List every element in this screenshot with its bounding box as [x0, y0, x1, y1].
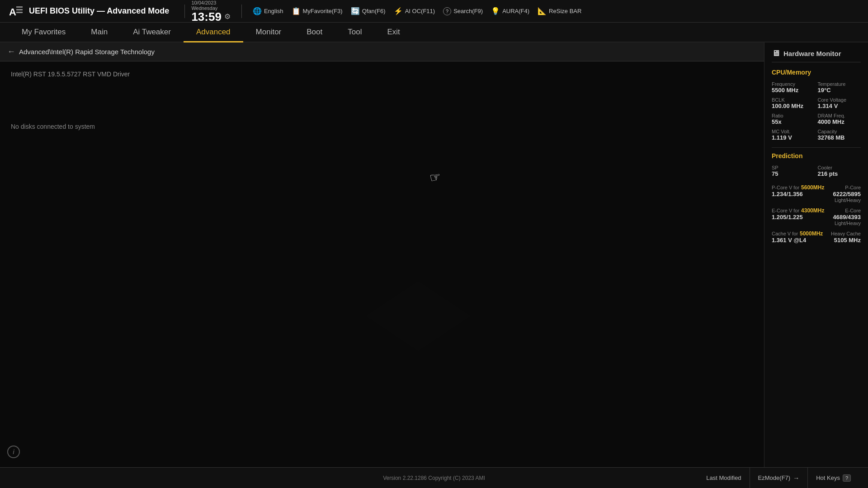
monitor-divider [772, 147, 861, 148]
hardware-monitor-panel: 🖥 Hardware Monitor CPU/Memory Frequency … [764, 42, 868, 467]
header-divider-2 [241, 5, 242, 18]
core-voltage-cell: Core Voltage 1.314 V [818, 97, 861, 109]
svg-rect-3 [16, 9, 23, 10]
app-title: UEFI BIOS Utility — Advanced Mode [29, 6, 169, 16]
footer-version: Version 2.22.1286 Copyright (C) 2023 AMI [292, 475, 576, 481]
cache-voltage-value: 1.361 V @L4 [772, 237, 806, 244]
cpu-memory-grid: Frequency 5500 MHz Temperature 19°C BCLK… [772, 81, 861, 141]
no-disks-message: No disks connected to system [11, 123, 753, 130]
qfan-button[interactable]: 🔄 Qfan(F6) [351, 7, 386, 15]
sidebar-item-tool[interactable]: Tool [335, 23, 374, 42]
pcore-voltage-value: 1.234/1.356 [772, 191, 803, 197]
sidebar-item-exit[interactable]: Exit [374, 23, 412, 42]
breadcrumb-path: Advanced\Intel(R) Rapid Storage Technolo… [19, 48, 155, 56]
qfan-icon: 🔄 [351, 7, 360, 15]
search-button[interactable]: ? Search(F9) [443, 7, 483, 15]
pcore-v-row: P-Core V for 5600MHz P-Core 1.234/1.356 … [772, 183, 861, 203]
last-modified-button[interactable]: Last Modified [698, 468, 749, 488]
asus-logo-icon: A [7, 3, 24, 20]
ezmode-button[interactable]: EzMode(F7) → [750, 468, 808, 488]
svg-line-5 [90, 98, 746, 467]
sidebar-item-main[interactable]: Main [78, 23, 120, 42]
prediction-sp-cooler-grid: SP 75 Cooler 216 pts [772, 165, 861, 177]
resizebar-button[interactable]: 📐 ReSize BAR [538, 7, 581, 15]
cursor-icon: ☞ [428, 169, 442, 186]
app-logo: A UEFI BIOS Utility — Advanced Mode [7, 3, 169, 20]
myfavorite-icon: 📋 [292, 7, 301, 15]
aura-icon: 💡 [491, 7, 500, 15]
language-icon: 🌐 [253, 7, 262, 15]
language-button[interactable]: 🌐 English [253, 7, 283, 15]
ratio-cell: Ratio 55x [772, 113, 815, 125]
datetime-display: 10/04/2023 Wednesday 13:59 ⚙ [191, 0, 231, 23]
ecore-voltage-value: 1.205/1.225 [772, 214, 803, 221]
info-button[interactable]: i [7, 446, 20, 458]
aioc-button[interactable]: ⚡ AI OC(F11) [394, 7, 435, 15]
sidebar-item-my-favorites[interactable]: My Favorites [9, 23, 78, 42]
hotkeys-label: Hot Keys [816, 474, 840, 481]
page-content: Intel(R) RST 19.5.5.5727 RST VMD Driver … [0, 61, 764, 467]
footer-right: Last Modified EzMode(F7) → Hot Keys ? [576, 468, 859, 488]
cache-freq-value: 5105 MHz [834, 237, 861, 244]
info-circle-icon[interactable]: i [7, 446, 20, 458]
resizebar-icon: 📐 [538, 7, 547, 15]
ezmode-icon: → [793, 474, 799, 482]
svg-rect-2 [16, 6, 23, 8]
content-area: ← Advanced\Intel(R) Rapid Storage Techno… [0, 42, 764, 467]
frequency-cell: Frequency 5500 MHz [772, 81, 815, 94]
header-divider [184, 5, 185, 18]
hardware-monitor-title: 🖥 Hardware Monitor [772, 49, 861, 62]
header-bar: A UEFI BIOS Utility — Advanced Mode 10/0… [0, 0, 868, 23]
cache-v-row: Cache V for 5000MHz Heavy Cache 1.361 V … [772, 230, 861, 244]
cpu-memory-section-title: CPU/Memory [772, 69, 861, 76]
last-modified-label: Last Modified [706, 474, 741, 481]
footer: Version 2.22.1286 Copyright (C) 2023 AMI… [0, 467, 868, 488]
hotkeys-button[interactable]: Hot Keys ? [807, 468, 859, 488]
dram-freq-cell: DRAM Freq. 4000 MHz [818, 113, 861, 125]
prediction-section-title: Prediction [772, 152, 861, 160]
sp-cell: SP 75 [772, 165, 815, 177]
mc-volt-cell: MC Volt. 1.119 V [772, 129, 815, 141]
aura-button[interactable]: 💡 AURA(F4) [491, 7, 529, 15]
sidebar-item-ai-tweaker[interactable]: Ai Tweaker [120, 23, 184, 42]
sidebar-item-monitor[interactable]: Monitor [243, 23, 294, 42]
settings-icon[interactable]: ⚙ [224, 12, 231, 21]
cooler-cell: Cooler 216 pts [818, 165, 861, 177]
monitor-icon: 🖥 [772, 49, 780, 58]
date-display: 10/04/2023 Wednesday [191, 0, 217, 11]
ecore-ratio-value: 4689/4393 [833, 214, 861, 221]
nav-menu: My Favorites Main Ai Tweaker Advanced Mo… [0, 23, 868, 42]
driver-info: Intel(R) RST 19.5.5.5727 RST VMD Driver [11, 70, 753, 78]
capacity-cell: Capacity 32768 MB [818, 129, 861, 141]
ecore-v-row: E-Core V for 4300MHz E-Core 1.205/1.225 … [772, 206, 861, 226]
time-display: 13:59 [191, 11, 222, 23]
sidebar-item-advanced[interactable]: Advanced [184, 23, 243, 42]
decorative-pattern [90, 98, 746, 467]
svg-rect-4 [16, 12, 23, 13]
aioc-icon: ⚡ [394, 7, 403, 15]
search-icon: ? [443, 7, 451, 15]
svg-text:A: A [9, 6, 16, 18]
main-layout: ← Advanced\Intel(R) Rapid Storage Techno… [0, 42, 868, 467]
sidebar-item-boot[interactable]: Boot [294, 23, 335, 42]
svg-line-6 [90, 98, 746, 467]
myfavorite-button[interactable]: 📋 MyFavorite(F3) [292, 7, 343, 15]
temperature-cell: Temperature 19°C [818, 81, 861, 94]
breadcrumb-bar: ← Advanced\Intel(R) Rapid Storage Techno… [0, 42, 764, 61]
pcore-ratio-value: 6222/5895 [833, 191, 861, 197]
ezmode-label: EzMode(F7) [758, 474, 791, 481]
header-actions: 🌐 English 📋 MyFavorite(F3) 🔄 Qfan(F6) ⚡ … [253, 7, 861, 15]
hotkeys-key-icon: ? [843, 474, 851, 482]
back-button[interactable]: ← [7, 47, 15, 56]
bclk-cell: BCLK 100.00 MHz [772, 97, 815, 109]
